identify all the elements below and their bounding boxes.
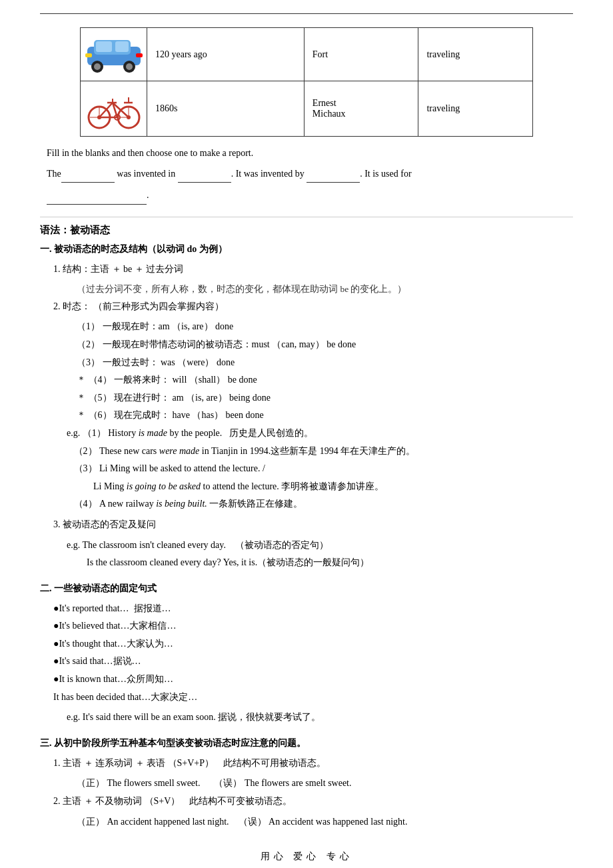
table-cell-use2: traveling [418,81,533,137]
table-cell-inventor1: Fort [304,28,418,81]
table-cell-year1: 120 years ago [147,28,305,81]
section-divider [40,217,573,217]
table-row: 1860s Ernest Michaux traveling [81,81,533,137]
s3-item-1: 1. 主语 ＋ 连系动词 ＋ 表语 （S+V+P） 此结构不可用被动语态。 [53,755,573,773]
italic-2: were made [159,446,200,456]
table-cell-use1: traveling [418,28,533,81]
section2-example: e.g. It's said there will be an exam soo… [67,709,573,727]
subitem-3: （3） 一般过去时： was （were） done [77,354,573,372]
bullet-6: It has been decided that…大家决定… [53,689,573,707]
example-3b: Li Ming is going to be asked to attend t… [93,478,573,496]
blank-2 [178,165,231,183]
svg-rect-2 [96,41,112,52]
subitem-2: （2） 一般现在时带情态动词的被动语态：must （can, may） be d… [77,336,573,354]
italic-4: is being built. [156,499,207,509]
s3-correct-1: （正） The flowers smell sweet. （误） The flo… [77,775,573,793]
table-row: 120 years ago Fort traveling [81,28,533,81]
svg-rect-9 [136,53,143,57]
blank-4 [47,187,147,204]
bullet-2: ●It's believed that…大家相信… [53,617,573,635]
svg-point-5 [94,63,101,70]
fill-last-blank: . [47,187,573,204]
s3-correct-2: （正） An accident happened last night. （误）… [77,813,573,831]
bullet-5: ●It is known that…众所周知… [53,671,573,689]
bullet-4: ●It's said that…据说… [53,653,573,671]
bicycle-image-cell [81,81,147,137]
example-neg1: e.g. The classroom isn't cleaned every d… [67,537,573,555]
subitem-6-star: ＊ （6） 现在完成时： have （has） been done [77,407,573,425]
bullet-1: ●It's reported that… 据报道… [53,600,573,618]
item-1-num: 1. 结构：主语 ＋ be ＋ 过去分词 [53,264,183,274]
table-cell-year2: 1860s [147,81,305,137]
svg-rect-3 [115,41,129,52]
grammar-title: 语法：被动语态 [40,224,573,237]
svg-rect-8 [85,53,92,57]
section1-title: 一. 被动语态的时态及结构（以动词 do 为例） [40,243,573,255]
section3-title: 三. 从初中阶段所学五种基本句型谈变被动语态时应注意的问题。 [40,737,573,749]
item-1: 1. 结构：主语 ＋ be ＋ 过去分词 [53,261,573,279]
example-neg2: Is the classroom cleaned every day? Yes,… [87,554,573,572]
top-divider [40,13,573,14]
subitem-1: （1） 一般现在时：am （is, are） done [77,318,573,336]
bicycle-icon [87,84,141,131]
grammar-section: 语法：被动语态 一. 被动语态的时态及结构（以动词 do 为例） 1. 结构：主… [40,224,573,831]
svg-point-7 [126,63,133,70]
example-3a: （3） Li Ming will be asked to attend the … [67,460,573,478]
section2-title: 二. 一些被动语态的固定句式 [40,583,573,595]
example-4: （4） A new railway is being built. 一条新铁路正… [67,495,573,513]
blank-3 [306,165,360,183]
s3-item-2: 2. 主语 ＋ 不及物动词 （S+V） 此结构不可变被动语态。 [53,793,573,811]
italic-1: is made [139,428,167,438]
table-cell-inventor2: Ernest Michaux [304,81,418,137]
subitem-5-star: ＊ （5） 现在进行时： am （is, are） being done [77,389,573,407]
car-image-cell [81,28,147,81]
blank-1 [61,165,115,183]
subitem-4-star: ＊ （4） 一般将来时： will （shall） be done [77,371,573,389]
fill-sentence: The was invented in . It was invented by… [47,165,573,183]
inventory-table: 120 years ago Fort traveling [80,27,533,137]
fill-instruction: Fill in the blanks and then choose one t… [47,145,573,161]
the-word: The [47,169,61,179]
example-2: （2） These new cars were made in Tianjin … [67,443,573,461]
item-3: 3. 被动语态的否定及疑问 [53,516,573,534]
item-2-label: 2. 时态： （前三种形式为四会掌握内容） [53,301,224,311]
footer-text: 用心 爱心 专心 [261,851,353,861]
example-1: e.g. （1） History is made by the people. … [67,425,573,443]
fill-in-section: Fill in the blanks and then choose one t… [47,145,573,205]
footer: 用心 爱心 专心 [40,851,573,863]
car-icon [84,33,144,73]
italic-3: is going to be asked [127,481,201,491]
item-2: 2. 时态： （前三种形式为四会掌握内容） [53,298,573,316]
item-1-note: （过去分词不变，所有人称，数，时态的变化，都体现在助动词 be 的变化上。） [77,281,573,298]
bullet-3: ●It's thought that…大家认为… [53,635,573,653]
